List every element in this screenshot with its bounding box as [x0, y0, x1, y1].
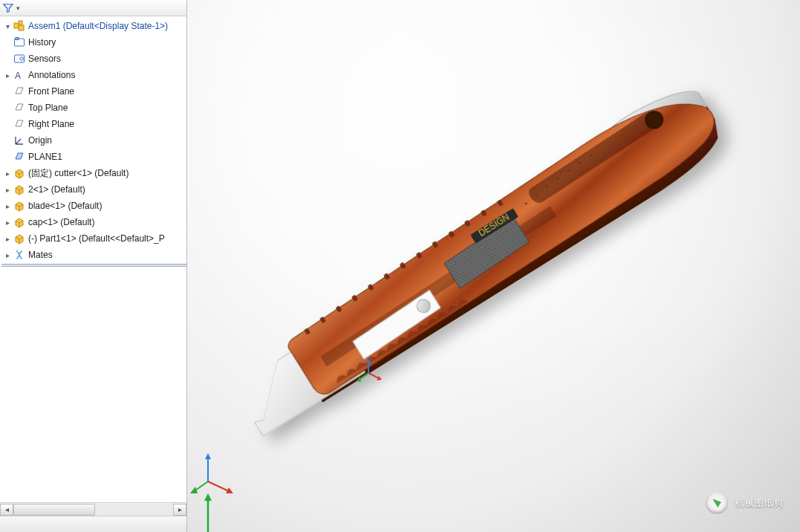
- tree-root-label: Assem1 (Default<Display State-1>): [28, 21, 168, 31]
- plane-icon: [13, 85, 25, 97]
- part-icon: [13, 167, 25, 179]
- tree-root-assembly[interactable]: ▾ Assem1 (Default<Display State-1>): [1, 18, 186, 34]
- folder-icon: [13, 36, 25, 48]
- tree-item-history[interactable]: • History: [1, 34, 186, 51]
- svg-rect-1: [19, 25, 24, 30]
- tree-item-label: Top Plane: [28, 103, 68, 113]
- part-icon: [13, 200, 25, 212]
- watermark-text: 机械图纸狗: [735, 497, 784, 510]
- tree-item-origin[interactable]: • Origin: [1, 132, 186, 149]
- tab-placeholder[interactable]: [4, 518, 22, 531]
- tree-item-label: blade<1> (Default): [28, 201, 102, 211]
- tree-item-label: PLANE1: [28, 152, 62, 162]
- feature-tree[interactable]: ▾ Assem1 (Default<Display State-1>) • Hi…: [0, 16, 186, 502]
- tree-item-label: Origin: [28, 135, 52, 146]
- svg-text:A: A: [15, 71, 21, 81]
- part-icon: [13, 233, 25, 244]
- part-icon: [13, 184, 25, 195]
- tree-item-label: (-) Part1<1> (Default<<Default>_P: [28, 233, 165, 244]
- plane-icon: [13, 118, 25, 130]
- annotation-icon: A: [13, 69, 25, 81]
- tree-item-top-plane[interactable]: • Top Plane: [1, 100, 186, 116]
- tree-item-label: cap<1> (Default): [28, 217, 94, 227]
- tree-item-label: History: [28, 37, 56, 48]
- mates-icon: [13, 249, 25, 261]
- expand-icon[interactable]: ▸: [3, 234, 12, 243]
- horizontal-scrollbar[interactable]: ◂ ▸: [0, 502, 186, 516]
- tab-placeholder[interactable]: [36, 518, 53, 531]
- svg-rect-2: [19, 21, 22, 25]
- tree-item-label: Right Plane: [28, 119, 74, 129]
- filter-icon: [3, 3, 13, 13]
- origin-icon: [13, 134, 25, 146]
- svg-marker-47: [204, 493, 212, 501]
- tree-item-label: Sensors: [28, 53, 61, 64]
- svg-rect-5: [15, 55, 25, 62]
- tree-item-part-2[interactable]: ▸ 2<1> (Default): [1, 181, 186, 198]
- tree-item-label: Front Plane: [28, 86, 74, 97]
- tree-item-plane1[interactable]: • PLANE1: [1, 149, 186, 165]
- feature-manager-panel: ▾ ▾ Assem1 (Default<Display State-1>) •: [0, 0, 187, 532]
- scroll-left-button[interactable]: ◂: [0, 504, 13, 516]
- chevron-down-icon[interactable]: ▾: [16, 4, 20, 12]
- view-triad: [193, 476, 267, 532]
- plane-icon: [13, 102, 25, 114]
- tree-item-right-plane[interactable]: • Right Plane: [1, 116, 186, 132]
- refplane-icon: [13, 151, 25, 163]
- tree-item-label: 2<1> (Default): [28, 184, 85, 195]
- tree-item-label: Mates: [28, 250, 53, 260]
- scroll-thumb[interactable]: [13, 504, 95, 516]
- app-root: ▾ ▾ Assem1 (Default<Display State-1>) •: [0, 0, 800, 532]
- tree-item-part-blade[interactable]: ▸ blade<1> (Default): [1, 198, 186, 214]
- expand-icon[interactable]: ▸: [3, 169, 12, 178]
- tree-item-part-part1[interactable]: ▸ (-) Part1<1> (Default<<Default>_P: [1, 230, 186, 247]
- tree-item-front-plane[interactable]: • Front Plane: [1, 83, 186, 100]
- wechat-icon: [706, 492, 728, 514]
- tree-item-part-cutter[interactable]: ▸ (固定) cutter<1> (Default): [1, 165, 186, 181]
- tab-placeholder[interactable]: [67, 518, 85, 531]
- expand-icon[interactable]: ▸: [3, 218, 12, 227]
- scroll-right-button[interactable]: ▸: [173, 504, 186, 516]
- sensor-icon: [13, 53, 25, 65]
- tree-item-label: (固定) cutter<1> (Default): [28, 167, 129, 180]
- collapse-icon[interactable]: ▾: [3, 22, 12, 30]
- assembly-icon: [13, 20, 25, 32]
- tree-item-part-cap[interactable]: ▸ cap<1> (Default): [1, 214, 186, 230]
- expand-icon[interactable]: ▸: [3, 71, 12, 80]
- tree-item-sensors[interactable]: • Sensors: [1, 51, 186, 67]
- tree-item-annotations[interactable]: ▸ A Annotations: [1, 67, 186, 83]
- expand-icon[interactable]: ▸: [3, 201, 12, 210]
- expand-icon[interactable]: ▸: [3, 250, 12, 259]
- tab-placeholder[interactable]: [129, 518, 147, 531]
- expand-icon[interactable]: ▸: [3, 185, 12, 194]
- graphics-viewport[interactable]: DESIGN: [187, 0, 800, 532]
- tab-placeholder[interactable]: [98, 518, 116, 531]
- panel-tabs: [0, 516, 186, 532]
- scroll-track[interactable]: [13, 504, 173, 516]
- rollback-bar[interactable]: [1, 264, 186, 267]
- part-icon: [13, 216, 25, 228]
- svg-point-6: [20, 57, 23, 60]
- tree-item-label: Annotations: [28, 70, 75, 80]
- tree-item-mates[interactable]: ▸ Mates: [1, 247, 186, 263]
- model-utility-knife[interactable]: DESIGN: [187, 0, 800, 532]
- watermark: 机械图纸狗: [706, 492, 784, 514]
- filter-bar[interactable]: ▾: [0, 0, 186, 16]
